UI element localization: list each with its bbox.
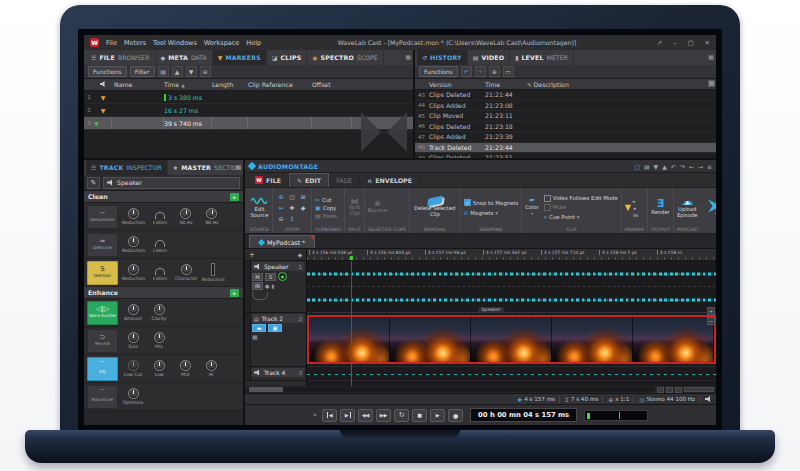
zoom-in-icon[interactable]: ⊕ <box>276 192 286 202</box>
enhance-section-header[interactable]: Enhance ▸ <box>84 287 243 299</box>
nav-forward-icon[interactable]: → <box>698 163 703 170</box>
go-to-end-button[interactable]: ▶ <box>340 409 355 422</box>
version-folder-icon[interactable]: ▭ <box>503 66 514 77</box>
input-button[interactable]: IN <box>252 282 263 290</box>
zoom-clip-icon[interactable]: ◆ <box>298 203 308 213</box>
paste-button[interactable]: ▤Paste <box>315 212 337 219</box>
upload-episode-button[interactable]: ☁▲ UploadEpisode <box>677 196 697 218</box>
denoiser-button[interactable]: ≈ DeNoiser <box>87 233 118 257</box>
history-row[interactable]: 49 Clips Deleted 21:23:51 <box>415 153 716 158</box>
mid-knob[interactable] <box>180 360 191 371</box>
render-button[interactable]: Ǝ Render <box>651 199 669 216</box>
import-icon[interactable]: ▼ <box>654 163 659 170</box>
listen-icon[interactable] <box>155 268 165 275</box>
color-dropdown[interactable]: ✒ Color ▾ <box>525 198 539 217</box>
zoom-vertical-icon[interactable]: ↕ <box>287 214 297 224</box>
listen-icon[interactable] <box>155 212 165 219</box>
size-knob[interactable] <box>128 332 139 343</box>
track2-header[interactable]: ▤ Track 2 2 ▬ ▣ ▦ <box>245 313 306 367</box>
undo-icon[interactable]: ↶ <box>461 66 472 77</box>
delete-selected-clip-button[interactable]: Delete Selected Clip <box>413 197 457 217</box>
zoom-selection-icon[interactable]: ◫ <box>287 192 297 202</box>
history-row[interactable]: 45 Clip Moved 21:23:11 <box>415 111 716 122</box>
menu-workspace[interactable]: Workspace <box>204 39 240 47</box>
voice-exciter-button[interactable]: ◁|▷ Voice Exciter <box>87 301 118 325</box>
new-montage-icon[interactable]: ▢ <box>634 163 640 170</box>
track4-header[interactable]: Track 4 3 <box>245 367 306 381</box>
plugin-chain-icon[interactable]: ▸ <box>230 289 239 297</box>
copy-button[interactable]: ▣Copy <box>315 204 337 211</box>
minimize-icon[interactable]: – <box>673 39 676 47</box>
tab-track-inspector[interactable]: ☰ TRACKINSPECTOR <box>86 160 168 175</box>
fast-forward-button[interactable]: ▶▶ <box>376 409 391 422</box>
functions-button[interactable]: Functions <box>419 66 458 77</box>
horizontal-scrollbar[interactable] <box>247 387 655 392</box>
tab-video[interactable]: ▤ VIDEO <box>468 50 510 65</box>
routing-icon[interactable]: ◈ <box>297 251 302 258</box>
menu-help[interactable]: Help <box>246 39 261 47</box>
zoom-ratio[interactable]: ⊕ x 1:1 <box>602 396 629 403</box>
rewind-button[interactable]: ◀◀ <box>358 409 373 422</box>
scroll-page-button[interactable] <box>675 387 682 393</box>
hz50-knob[interactable] <box>180 208 191 219</box>
plugin-chain-icon[interactable]: ▸ <box>230 193 239 201</box>
dehummer-button[interactable]: ~ DeHummer <box>87 205 118 229</box>
zoom-horizontal-icon[interactable]: ↔ <box>276 203 286 213</box>
export-icon[interactable]: ▲ <box>662 163 667 170</box>
restore-icon[interactable]: ▢ <box>687 39 693 47</box>
track-source-select[interactable]: Speaker <box>103 177 240 189</box>
history-row[interactable]: 44 Clips Added 21:23:08 <box>415 101 716 112</box>
branch-version-icon[interactable]: ⊕ <box>489 66 500 77</box>
low-cut-knob[interactable] <box>128 360 139 371</box>
play-button[interactable]: ▶ <box>430 409 445 422</box>
track-content[interactable]: 4 s 156 ms 508 µs 4 s 156 ms 803 µs 4 s … <box>307 249 716 386</box>
redo-icon[interactable]: ↷ <box>680 163 685 170</box>
fullscreen-icon[interactable]: ↗ <box>657 39 662 47</box>
scroll-right-button[interactable] <box>666 387 673 393</box>
functions-button[interactable]: Functions <box>88 66 127 77</box>
optimize-knob[interactable] <box>128 388 139 399</box>
scroll-left-button[interactable] <box>657 387 664 393</box>
column-length[interactable]: Length <box>212 81 248 88</box>
playhead-cursor[interactable] <box>351 261 352 386</box>
tab-history[interactable]: ↺ HISTORY <box>417 50 468 65</box>
track-effects-slot[interactable] <box>252 292 268 300</box>
menu-tool-windows[interactable]: Tool Windows <box>153 39 197 47</box>
history-row[interactable]: 47 Clips Added 21:23:39 <box>415 132 716 143</box>
menu-file[interactable]: File <box>106 39 117 47</box>
record-arm-icon[interactable]: ● <box>265 283 269 289</box>
deesser-button[interactable]: S DeEsser <box>87 261 118 285</box>
undo-icon[interactable]: ↶ <box>671 163 676 170</box>
cursor-position[interactable]: ✚ 4 s 157 ms <box>512 396 555 403</box>
edit-pen-icon[interactable]: ✎ <box>87 177 100 189</box>
bounce-button[interactable]: ≋ Bounce <box>368 201 387 213</box>
solo-button[interactable]: S <box>265 273 276 281</box>
transport-time-display[interactable]: 00 h 00 mn 04 s 157 ms <box>470 408 577 422</box>
zoom-slider[interactable] <box>684 387 714 392</box>
monitor-button[interactable]: ● <box>278 272 287 281</box>
tab-clips[interactable]: ◪ CLIPS <box>267 50 307 65</box>
listen-icon[interactable] <box>155 240 165 247</box>
previous-marker-icon[interactable]: ▲ <box>172 66 183 77</box>
audio-format[interactable]: ◎ Stereo 44 100 Hz <box>633 396 695 403</box>
column-offset[interactable]: Offset <box>312 81 352 88</box>
tab-overflow-icon[interactable]: ▦ <box>235 163 241 170</box>
mute-button[interactable]: M <box>252 273 263 281</box>
stop-button[interactable]: ■ <box>412 409 427 422</box>
marker-row[interactable]: 1 ▼ 3 s 380 ms <box>84 91 413 104</box>
hz60-knob[interactable] <box>206 208 217 219</box>
close-icon[interactable]: ✕ <box>705 39 710 47</box>
hi-knob[interactable] <box>206 360 217 371</box>
filter-button[interactable]: Filter <box>130 66 155 77</box>
speaker-track-header[interactable]: Speaker 1 M S ● IN ● <box>245 261 306 313</box>
yellow-marker-icon[interactable]: ▼ <box>625 203 631 212</box>
redo-icon[interactable]: ↷ <box>475 66 486 77</box>
zoom-grid-icon[interactable]: ⊞ <box>298 192 308 202</box>
column-version[interactable]: Version <box>429 81 485 88</box>
ribbon-tab-file[interactable]: W FILE <box>248 173 289 187</box>
history-row[interactable]: 46 Clips Deleted 21:23:18 <box>415 122 716 133</box>
next-marker-icon[interactable]: ▼ <box>186 66 197 77</box>
record-button[interactable]: ● <box>448 409 463 422</box>
magnets-dropdown[interactable]: ∩Magnets ▾ <box>464 209 518 216</box>
marker-right-icon[interactable]: ◂ <box>633 205 638 211</box>
